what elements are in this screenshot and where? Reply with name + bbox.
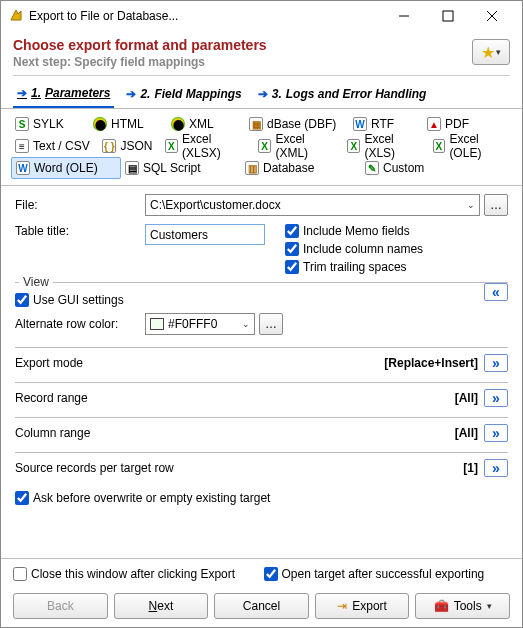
double-chevron-right-icon: » <box>492 460 500 476</box>
parameters-panel: File: C:\Export\customer.docx ⌄ … Table … <box>1 186 522 558</box>
double-chevron-right-icon: » <box>492 390 500 406</box>
file-value: C:\Export\customer.docx <box>150 198 281 212</box>
tools-icon: 🧰 <box>434 599 449 613</box>
alt-row-color-label: Alternate row color: <box>15 317 145 331</box>
xml-icon: ⬤ <box>171 117 185 131</box>
record-range-row: Record range [All] » <box>15 382 508 405</box>
rtf-icon: W <box>353 117 367 131</box>
chevron-down-icon: ⌄ <box>242 319 250 329</box>
format-custom[interactable]: ✎Custom <box>361 157 471 179</box>
sylk-icon: S <box>15 117 29 131</box>
alt-row-color-picker-button[interactable]: … <box>259 313 283 335</box>
excel-icon: X <box>165 139 178 153</box>
tab-field-mappings[interactable]: ➔ 2. Field Mappings <box>122 82 245 108</box>
window-title: Export to File or Database... <box>29 9 382 23</box>
arrow-icon: ➔ <box>258 87 268 101</box>
svg-rect-1 <box>443 11 453 21</box>
arrow-icon: ➔ <box>17 86 27 100</box>
excel-icon: X <box>433 139 446 153</box>
export-mode-expand-button[interactable]: » <box>484 354 508 372</box>
column-range-row: Column range [All] » <box>15 417 508 440</box>
star-icon: ★ <box>481 43 495 62</box>
file-browse-button[interactable]: … <box>484 194 508 216</box>
export-mode-row: Export mode [Replace+Insert] » <box>15 347 508 370</box>
chevron-down-icon: ⌄ <box>467 200 475 210</box>
dbase-icon: ▦ <box>249 117 263 131</box>
check-close-after-export[interactable]: Close this window after clicking Export <box>13 567 260 581</box>
view-group: View « Use GUI settings Alternate row co… <box>15 282 508 335</box>
table-title-input[interactable] <box>145 224 265 245</box>
check-include-columns[interactable]: Include column names <box>285 242 423 256</box>
export-button[interactable]: ⇥Export <box>315 593 410 619</box>
format-excel-ole[interactable]: XExcel (OLE) <box>429 135 513 157</box>
next-button[interactable]: Next <box>114 593 209 619</box>
arrow-icon: ➔ <box>126 87 136 101</box>
export-icon: ⇥ <box>337 599 347 613</box>
view-group-title: View <box>19 275 53 289</box>
bottom-bar: Close this window after clicking Export … <box>1 558 522 627</box>
format-word-ole[interactable]: WWord (OLE) <box>11 157 121 179</box>
format-excel-xml[interactable]: XExcel (XML) <box>254 135 343 157</box>
pdf-icon: ▲ <box>427 117 441 131</box>
excel-icon: X <box>347 139 360 153</box>
cancel-button[interactable]: Cancel <box>214 593 309 619</box>
format-sylk[interactable]: SSYLK <box>11 113 89 135</box>
check-trim-spaces[interactable]: Trim trailing spaces <box>285 260 423 274</box>
format-html[interactable]: ⬤HTML <box>89 113 167 135</box>
minimize-button[interactable] <box>382 2 426 30</box>
favorites-button[interactable]: ★ ▾ <box>472 39 510 65</box>
format-selector: SSYLK ⬤HTML ⬤XML ▦dBase (DBF) WRTF ▲PDF … <box>1 109 522 186</box>
excel-icon: X <box>258 139 272 153</box>
html-icon: ⬤ <box>93 117 107 131</box>
format-text-csv[interactable]: ≡Text / CSV <box>11 135 98 157</box>
check-ask-overwrite[interactable]: Ask before overwrite or empty existing t… <box>15 491 508 505</box>
alt-row-color-select[interactable]: #F0FFF0 ⌄ <box>145 313 255 335</box>
check-include-memo[interactable]: Include Memo fields <box>285 224 423 238</box>
sql-icon: ▤ <box>125 161 139 175</box>
tab-logs-errors[interactable]: ➔ 3. Logs and Error Handling <box>254 82 431 108</box>
check-open-target[interactable]: Open target after successful exporting <box>264 567 511 581</box>
column-range-expand-button[interactable]: » <box>484 424 508 442</box>
chevron-down-icon: ▾ <box>487 601 492 611</box>
format-excel-xls[interactable]: XExcel (XLS) <box>343 135 428 157</box>
src-per-row-expand-button[interactable]: » <box>484 459 508 477</box>
text-icon: ≡ <box>15 139 29 153</box>
export-dialog: Export to File or Database... Choose exp… <box>0 0 523 628</box>
close-button[interactable] <box>470 2 514 30</box>
database-icon: ▥ <box>245 161 259 175</box>
record-range-expand-button[interactable]: » <box>484 389 508 407</box>
double-chevron-left-icon: « <box>492 284 500 300</box>
view-collapse-button[interactable]: « <box>484 283 508 301</box>
ellipsis-icon: … <box>490 198 502 212</box>
double-chevron-right-icon: » <box>492 425 500 441</box>
format-excel-xlsx[interactable]: XExcel (XLSX) <box>161 135 254 157</box>
header-title: Choose export format and parameters <box>13 37 472 53</box>
custom-icon: ✎ <box>365 161 379 175</box>
tools-button[interactable]: 🧰Tools▾ <box>415 593 510 619</box>
double-chevron-right-icon: » <box>492 355 500 371</box>
format-database[interactable]: ▥Database <box>241 157 361 179</box>
chevron-down-icon: ▾ <box>496 47 501 57</box>
format-json[interactable]: { }JSON <box>98 135 160 157</box>
table-title-label: Table title: <box>15 224 145 238</box>
titlebar: Export to File or Database... <box>1 1 522 31</box>
export-mode-value: [Replace+Insert] <box>384 356 478 370</box>
app-icon <box>9 8 23 25</box>
tab-parameters[interactable]: ➔ 1. Parameters <box>13 82 114 108</box>
format-sql-script[interactable]: ▤SQL Script <box>121 157 241 179</box>
back-button[interactable]: Back <box>13 593 108 619</box>
word-icon: W <box>16 161 30 175</box>
file-combo[interactable]: C:\Export\customer.docx ⌄ <box>145 194 480 216</box>
column-range-value: [All] <box>455 426 478 440</box>
maximize-button[interactable] <box>426 2 470 30</box>
ellipsis-icon: … <box>265 317 277 331</box>
file-label: File: <box>15 198 145 212</box>
wizard-tabs: ➔ 1. Parameters ➔ 2. Field Mappings ➔ 3.… <box>1 78 522 109</box>
header-subtitle: Next step: Specify field mappings <box>13 55 472 69</box>
record-range-value: [All] <box>455 391 478 405</box>
src-per-row-row: Source records per target row [1] » <box>15 452 508 475</box>
json-icon: { } <box>102 139 116 153</box>
src-per-row-value: [1] <box>463 461 478 475</box>
color-swatch <box>150 318 164 330</box>
check-use-gui[interactable]: Use GUI settings <box>15 293 508 307</box>
